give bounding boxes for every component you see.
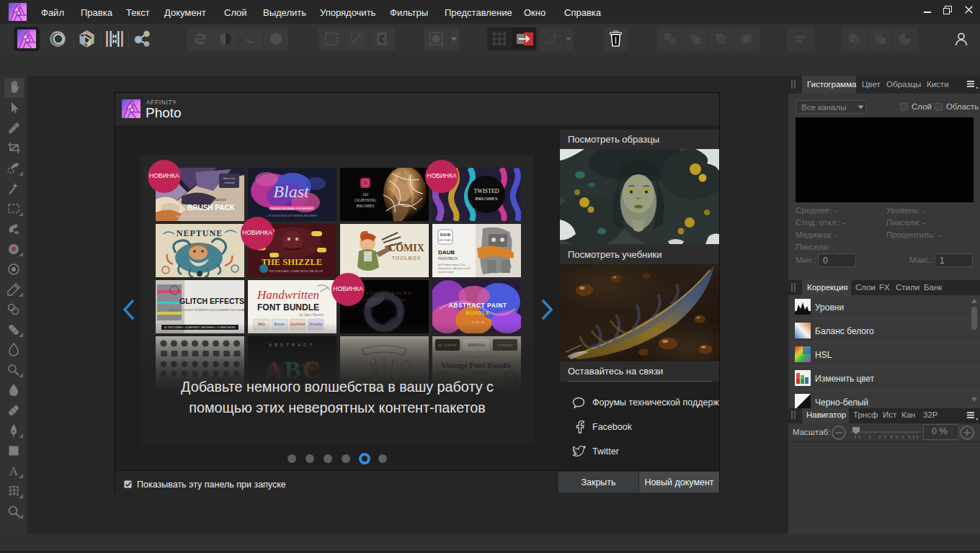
svg-text:LIGHTNING: LIGHTNING <box>355 198 376 202</box>
svg-text:FONT BUNDLE: FONT BUNDLE <box>257 302 319 313</box>
svg-text:DAUB: DAUB <box>440 233 451 237</box>
svg-text:POWDER BRUSHES FOR AFFINITY: POWDER BRUSHES FOR AFFINITY <box>269 207 315 210</box>
svg-text:102: 102 <box>362 192 369 197</box>
svg-text:much more!: much more! <box>438 270 454 274</box>
svg-text:BRUSHES: BRUSHES <box>440 239 453 242</box>
svg-text:STAR AND COLLECTION: STAR AND COLLECTION <box>362 299 406 302</box>
svg-text:TWISTED: TWISTED <box>473 188 499 194</box>
svg-text:BUNDLE: BUNDLE <box>466 310 489 315</box>
svg-text:Handwritten: Handwritten <box>257 288 319 302</box>
svg-text:PAINTBOX: PAINTBOX <box>438 256 458 261</box>
svg-text:NEPTUNE: NEPTUNE <box>177 228 223 238</box>
svg-text:Classic: Classic <box>212 197 228 202</box>
svg-text:COMIX: COMIX <box>388 243 424 253</box>
svg-text:TOOLBOX: TOOLBOX <box>392 256 422 261</box>
svg-text:DAUB: DAUB <box>438 249 455 256</box>
svg-text:BRUSHES: BRUSHES <box>475 196 498 202</box>
svg-text:ABSTRACT PAINT: ABSTRACT PAINT <box>449 302 507 309</box>
svg-text:A: A <box>9 464 19 478</box>
svg-text:A HUGE TOOLKIT OF RETRO GLITCH: A HUGE TOOLKIT OF RETRO GLITCH EFFECTS F… <box>169 308 244 312</box>
svg-text:WATERCOLOR • PAPER • INK EXTRA: WATERCOLOR • PAPER • INK EXTRAS • STUDIO <box>175 215 231 218</box>
svg-text:+ FOUR BONUS LETTERING BRUSHES: + FOUR BONUS LETTERING BRUSHES <box>267 215 318 217</box>
svg-text:NEW TEXTURES AND OTHER WITH ON: NEW TEXTURES AND OTHER WITH ONE SLICE <box>261 270 323 273</box>
svg-text:GLITCH EFFECTS: GLITCH EFFECTS <box>179 297 244 305</box>
svg-text:Ideas for: Ideas for <box>223 176 236 180</box>
svg-text:creative: creative <box>224 181 235 184</box>
svg-text:THE SHIZZLE: THE SHIZZLE <box>262 257 322 267</box>
svg-text:by Sam Parrett: by Sam Parrett <box>299 313 324 317</box>
svg-text:BRUSHES: BRUSHES <box>357 204 375 208</box>
svg-text:Blast: Blast <box>273 182 310 201</box>
svg-text:BRUSH PACK: BRUSH PACK <box>187 204 236 212</box>
